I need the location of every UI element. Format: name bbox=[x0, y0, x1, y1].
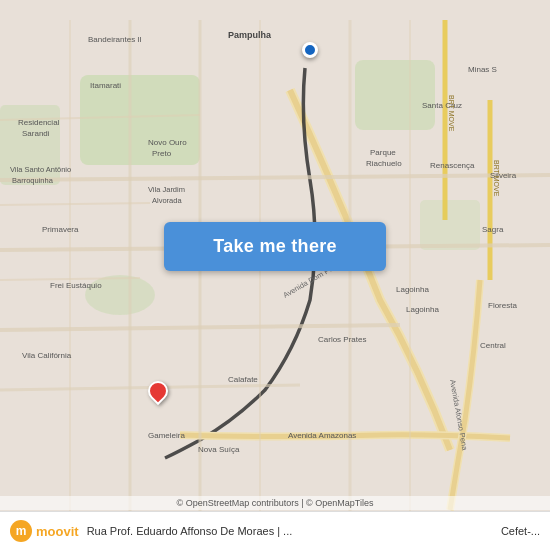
svg-text:Primavera: Primavera bbox=[42, 225, 79, 234]
svg-text:Vila Santo Antônio: Vila Santo Antônio bbox=[10, 165, 71, 174]
svg-text:Residencial: Residencial bbox=[18, 118, 60, 127]
svg-line-15 bbox=[0, 203, 150, 205]
svg-text:Sarandi: Sarandi bbox=[22, 129, 50, 138]
moovit-logo: m moovit bbox=[10, 520, 79, 542]
svg-text:Bandeirantes II: Bandeirantes II bbox=[88, 35, 142, 44]
take-me-there-button[interactable]: Take me there bbox=[164, 222, 386, 271]
svg-text:Floresta: Floresta bbox=[488, 301, 517, 310]
svg-text:Vila Califórnia: Vila Califórnia bbox=[22, 351, 72, 360]
svg-text:Barroquinha: Barroquinha bbox=[12, 176, 54, 185]
moovit-brand: moovit bbox=[36, 524, 79, 539]
svg-text:BRT MOVE: BRT MOVE bbox=[493, 160, 500, 197]
svg-text:Novo Ouro: Novo Ouro bbox=[148, 138, 187, 147]
svg-text:Lagoinha: Lagoinha bbox=[406, 305, 439, 314]
destination-label: Cefet-... bbox=[501, 525, 540, 537]
svg-text:Central: Central bbox=[480, 341, 506, 350]
svg-text:Sagra: Sagra bbox=[482, 225, 504, 234]
svg-line-7 bbox=[0, 175, 550, 180]
svg-text:Frei Eustáquio: Frei Eustáquio bbox=[50, 281, 102, 290]
svg-text:Pampulha: Pampulha bbox=[228, 30, 272, 40]
svg-text:Santa Cruz: Santa Cruz bbox=[422, 101, 462, 110]
svg-text:Nova Suíça: Nova Suíça bbox=[198, 445, 240, 454]
svg-text:Parque: Parque bbox=[370, 148, 396, 157]
svg-text:Minas S: Minas S bbox=[468, 65, 497, 74]
svg-text:Carlos Prates: Carlos Prates bbox=[318, 335, 366, 344]
svg-text:Gameleira: Gameleira bbox=[148, 431, 185, 440]
bottom-bar: m moovit Rua Prof. Eduardo Affonso De Mo… bbox=[0, 511, 550, 550]
svg-rect-1 bbox=[355, 60, 435, 130]
map-attribution: © OpenStreetMap contributors | © OpenMap… bbox=[0, 496, 550, 510]
svg-text:Vila Jardim: Vila Jardim bbox=[148, 185, 185, 194]
svg-text:Lagoinha: Lagoinha bbox=[396, 285, 429, 294]
map-container: Bandeirantes II Pampulha Itamarati Minas… bbox=[0, 0, 550, 550]
svg-text:Calafate: Calafate bbox=[228, 375, 258, 384]
svg-text:Avenida Amazonas: Avenida Amazonas bbox=[288, 431, 356, 440]
svg-text:Renascença: Renascença bbox=[430, 161, 475, 170]
svg-text:BRT MOVE: BRT MOVE bbox=[448, 95, 455, 132]
destination-marker bbox=[148, 381, 168, 405]
svg-text:Itamarati: Itamarati bbox=[90, 81, 121, 90]
address-label: Rua Prof. Eduardo Affonso De Moraes | ..… bbox=[87, 525, 493, 537]
origin-marker bbox=[302, 42, 318, 58]
svg-rect-3 bbox=[420, 200, 480, 250]
moovit-icon: m bbox=[10, 520, 32, 542]
svg-text:Preto: Preto bbox=[152, 149, 172, 158]
svg-text:Riachuelo: Riachuelo bbox=[366, 159, 402, 168]
map-roads: Bandeirantes II Pampulha Itamarati Minas… bbox=[0, 0, 550, 550]
svg-text:Alvorada: Alvorada bbox=[152, 196, 182, 205]
